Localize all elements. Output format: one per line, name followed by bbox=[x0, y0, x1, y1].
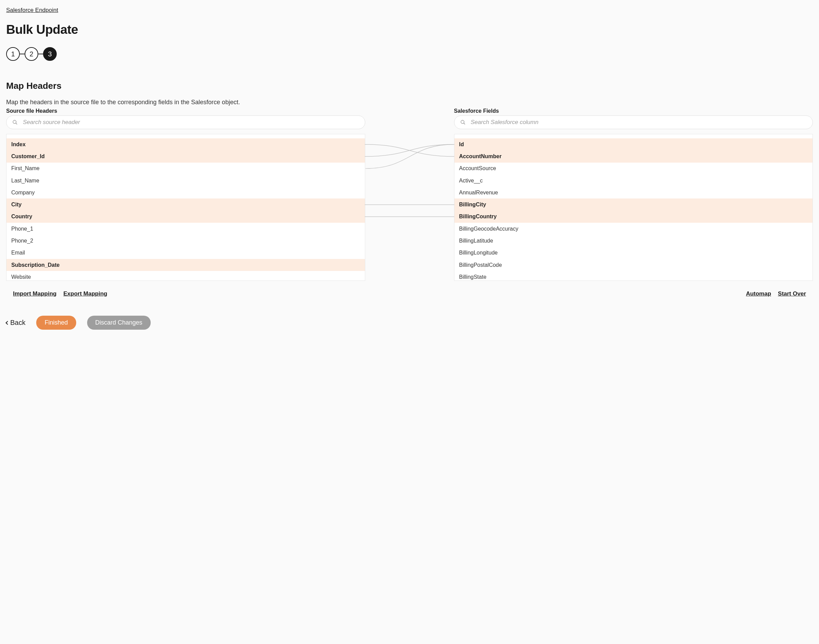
export-mapping-link[interactable]: Export Mapping bbox=[63, 290, 107, 297]
salesforce-field-item[interactable]: BillingCity bbox=[454, 198, 813, 210]
page-title: Bulk Update bbox=[6, 23, 813, 37]
step-1[interactable]: 1 bbox=[6, 47, 20, 61]
source-header-item[interactable]: Country bbox=[6, 211, 365, 223]
source-search-input[interactable] bbox=[6, 115, 365, 129]
salesforce-field-item[interactable]: BillingCountry bbox=[454, 211, 813, 223]
search-icon bbox=[460, 120, 466, 125]
finished-button[interactable]: Finished bbox=[36, 316, 76, 330]
svg-point-0 bbox=[13, 120, 16, 123]
discard-changes-button[interactable]: Discard Changes bbox=[87, 316, 151, 330]
source-header-item[interactable]: Customer_Id bbox=[6, 150, 365, 162]
import-mapping-link[interactable]: Import Mapping bbox=[13, 290, 57, 297]
section-title: Map Headers bbox=[6, 81, 813, 91]
salesforce-field-item[interactable]: BillingPostalCode bbox=[454, 259, 813, 271]
source-header-item[interactable]: Phone_1 bbox=[6, 223, 365, 235]
step-connector bbox=[20, 54, 25, 54]
chevron-left-icon bbox=[5, 321, 9, 325]
salesforce-fields-list[interactable]: IdAccountNumberAccountSourceActive__cAnn… bbox=[454, 134, 813, 281]
source-header-item[interactable]: Last_Name bbox=[6, 175, 365, 187]
svg-point-2 bbox=[461, 120, 464, 123]
section-description: Map the headers in the source file to th… bbox=[6, 99, 813, 106]
salesforce-field-item[interactable]: Id bbox=[454, 138, 813, 150]
automap-link[interactable]: Automap bbox=[746, 290, 771, 297]
salesforce-search-input[interactable] bbox=[454, 115, 813, 129]
source-header-item[interactable]: Company bbox=[6, 187, 365, 198]
salesforce-field-item[interactable]: AccountSource bbox=[454, 163, 813, 175]
svg-line-1 bbox=[16, 123, 17, 124]
search-icon bbox=[12, 120, 18, 125]
source-headers-label: Source file Headers bbox=[6, 108, 365, 114]
source-header-item[interactable]: Subscription_Date bbox=[6, 259, 365, 271]
step-2[interactable]: 2 bbox=[25, 47, 38, 61]
salesforce-field-item[interactable]: BillingLongitude bbox=[454, 247, 813, 259]
source-header-item[interactable]: Website bbox=[6, 271, 365, 281]
source-headers-list[interactable]: IndexCustomer_IdFirst_NameLast_NameCompa… bbox=[6, 134, 365, 281]
svg-line-3 bbox=[464, 123, 465, 124]
step-3[interactable]: 3 bbox=[43, 47, 57, 61]
salesforce-field-item[interactable]: AccountNumber bbox=[454, 150, 813, 162]
salesforce-fields-label: Salesforce Fields bbox=[454, 108, 813, 114]
source-header-item[interactable]: Index bbox=[6, 138, 365, 150]
start-over-link[interactable]: Start Over bbox=[778, 290, 806, 297]
breadcrumb-link[interactable]: Salesforce Endpoint bbox=[6, 7, 58, 14]
step-connector bbox=[38, 54, 43, 54]
wizard-stepper: 123 bbox=[6, 47, 813, 61]
source-header-item[interactable]: City bbox=[6, 198, 365, 210]
salesforce-field-item[interactable]: BillingGeocodeAccuracy bbox=[454, 223, 813, 235]
salesforce-field-item[interactable]: BillingState bbox=[454, 271, 813, 281]
source-header-item[interactable]: Phone_2 bbox=[6, 235, 365, 247]
salesforce-field-item[interactable]: AnnualRevenue bbox=[454, 187, 813, 198]
source-header-item[interactable]: First_Name bbox=[6, 163, 365, 175]
back-button[interactable]: Back bbox=[6, 319, 25, 327]
back-label: Back bbox=[10, 319, 25, 327]
salesforce-field-item[interactable]: BillingLatitude bbox=[454, 235, 813, 247]
salesforce-field-item[interactable]: Active__c bbox=[454, 175, 813, 187]
source-header-item[interactable]: Email bbox=[6, 247, 365, 259]
